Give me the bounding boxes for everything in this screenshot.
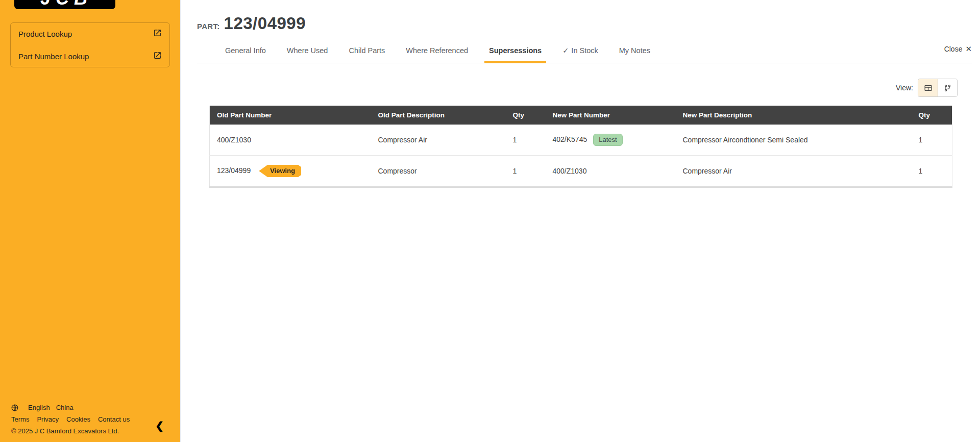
new-part-number-cell: 402/K5745Latest: [546, 125, 676, 156]
table-view-icon: [924, 84, 933, 92]
old-part-description-cell: Compressor Air: [371, 125, 506, 156]
table-row: 123/04999Viewing Compressor 1 400/Z1030 …: [210, 156, 952, 187]
sidebar-item-product-lookup[interactable]: Product Lookup: [11, 23, 169, 44]
sidebar-nav: Product Lookup Part Number Lookup: [10, 22, 170, 67]
tab-my-notes[interactable]: My Notes: [619, 41, 650, 63]
table-view-button[interactable]: [918, 79, 938, 96]
old-part-number-cell: 123/04999Viewing: [210, 156, 371, 187]
main-content: PART: 123/04999 General Info Where Used …: [181, 0, 980, 442]
table-row: 400/Z1030 Compressor Air 1 402/K5745Late…: [210, 125, 952, 156]
table-header: Old Part Number Old Part Description Qty…: [210, 106, 952, 125]
view-toggle-row: View:: [181, 79, 958, 97]
tab-bar: General Info Where Used Child Parts Wher…: [197, 41, 972, 63]
part-label: PART:: [197, 22, 220, 31]
latest-badge: Latest: [593, 134, 622, 146]
column-header-qty: Qty: [912, 106, 952, 125]
column-header-old-part-description: Old Part Description: [371, 106, 506, 125]
new-part-number-cell: 400/Z1030: [546, 156, 676, 187]
tab-child-parts[interactable]: Child Parts: [349, 41, 385, 63]
tab-general-info[interactable]: General Info: [225, 41, 266, 63]
check-icon: ✓: [562, 46, 569, 55]
language-link[interactable]: English: [28, 404, 50, 411]
old-part-description-cell: Compressor: [371, 156, 506, 187]
globe-icon: [11, 404, 18, 411]
tab-where-used[interactable]: Where Used: [287, 41, 328, 63]
sidebar-item-part-number-lookup[interactable]: Part Number Lookup: [11, 45, 169, 67]
close-icon: ✕: [965, 44, 972, 53]
sidebar: JCB Product Lookup Part Number Lookup: [0, 0, 181, 442]
tab-where-referenced[interactable]: Where Referenced: [406, 41, 468, 63]
tab-in-stock[interactable]: ✓In Stock: [562, 41, 598, 63]
cookies-link[interactable]: Cookies: [66, 415, 90, 423]
column-header-new-part-number: New Part Number: [546, 106, 676, 125]
qty-cell: 1: [912, 156, 952, 187]
new-part-description-cell: Compressor Air: [676, 156, 912, 187]
supersessions-table: Old Part Number Old Part Description Qty…: [209, 106, 952, 188]
qty-cell: 1: [912, 125, 952, 156]
tree-view-button[interactable]: [938, 79, 957, 96]
external-link-icon: [153, 29, 162, 39]
viewing-badge: Viewing: [259, 165, 301, 177]
qty-cell: 1: [506, 156, 546, 187]
close-button[interactable]: Close✕: [944, 44, 972, 54]
tree-view-icon: [943, 84, 952, 92]
sidebar-footer: English China Terms Privacy Cookies Cont…: [11, 400, 169, 435]
page-title-part-number: 123/04999: [224, 14, 306, 33]
region-link[interactable]: China: [56, 404, 74, 411]
new-part-description-cell: Compressor Aircondtioner Semi Sealed: [676, 125, 912, 156]
terms-link[interactable]: Terms: [11, 415, 29, 423]
view-toggle-group: [918, 79, 958, 97]
sidebar-item-label: Part Number Lookup: [18, 52, 89, 61]
old-part-number-cell: 400/Z1030: [210, 125, 371, 156]
jcb-logo: JCB: [14, 0, 115, 9]
app-window: JCB Product Lookup Part Number Lookup: [0, 0, 980, 442]
copyright-text: © 2025 J C Bamford Excavators Ltd.: [11, 427, 169, 435]
column-header-old-part-number: Old Part Number: [210, 106, 371, 125]
collapse-sidebar-icon[interactable]: ❮: [155, 421, 164, 431]
view-label: View:: [896, 84, 913, 92]
tab-supersessions[interactable]: Supersessions: [489, 41, 542, 63]
sidebar-item-label: Product Lookup: [18, 30, 72, 38]
external-link-icon: [153, 51, 162, 61]
privacy-link[interactable]: Privacy: [37, 415, 59, 423]
column-header-qty: Qty: [506, 106, 546, 125]
column-header-new-part-description: New Part Description: [676, 106, 912, 125]
contact-us-link[interactable]: Contact us: [98, 415, 130, 423]
qty-cell: 1: [506, 125, 546, 156]
part-header: PART: 123/04999: [181, 0, 980, 33]
